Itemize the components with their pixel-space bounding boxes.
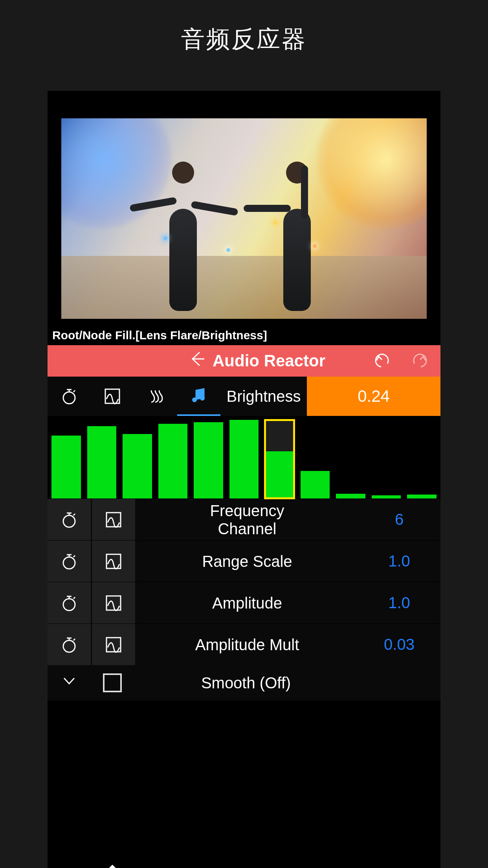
eq-bar-5[interactable]: [229, 420, 259, 498]
param-value-3[interactable]: 0.03: [358, 636, 440, 653]
chevron-down-icon: [60, 672, 78, 690]
curve-icon: [105, 636, 123, 654]
svg-point-4: [63, 515, 75, 527]
param-name-2: Amplitude: [136, 594, 358, 612]
page-title: 音频反应器: [0, 0, 488, 91]
tab-stopwatch[interactable]: [48, 377, 91, 416]
param-row-smooth: Smooth (Off): [48, 665, 440, 701]
eq-bar-3[interactable]: [158, 424, 188, 498]
eq-bar-6[interactable]: [265, 420, 294, 498]
breadcrumb: Root/Node Fill.[Lens Flare/Brightness]: [48, 329, 440, 345]
stopwatch-icon: [60, 387, 78, 405]
svg-point-0: [63, 392, 75, 404]
stopwatch-icon: [60, 552, 78, 570]
back-button[interactable]: [185, 350, 209, 372]
param-value-1[interactable]: 1.0: [358, 552, 440, 570]
app-frame: Root/Node Fill.[Lens Flare/Brightness] A…: [48, 91, 440, 868]
smooth-checkbox[interactable]: [103, 673, 122, 692]
svg-point-2: [192, 397, 197, 402]
smooth-label: Smooth (Off): [134, 674, 358, 692]
param-row-2: Amplitude1.0: [48, 582, 440, 623]
stopwatch-icon: [60, 594, 78, 612]
titlebar-label: Audio Reactor: [213, 351, 325, 370]
equalizer[interactable]: [48, 416, 440, 498]
current-param-name: Brightness: [220, 377, 307, 416]
param-keyframe-0[interactable]: [48, 499, 91, 540]
undo-icon: [373, 352, 391, 370]
smooth-expand[interactable]: [48, 672, 91, 694]
param-curve-0[interactable]: [92, 499, 135, 540]
preview-area: [48, 91, 440, 329]
param-value-2[interactable]: 1.0: [358, 594, 440, 612]
music-icon: [190, 386, 208, 405]
svg-point-10: [63, 640, 75, 652]
param-keyframe-1[interactable]: [48, 541, 91, 582]
param-row-0: FrequencyChannel6: [48, 498, 440, 540]
redo-icon: [411, 352, 429, 370]
tab-curve[interactable]: [91, 377, 134, 416]
param-curve-3[interactable]: [92, 624, 135, 665]
eq-bar-7[interactable]: [301, 471, 330, 498]
param-curve-1[interactable]: [92, 541, 135, 582]
svg-point-8: [63, 599, 75, 611]
stopwatch-icon: [60, 636, 78, 654]
param-name-0: FrequencyChannel: [136, 502, 358, 538]
curve-icon: [105, 552, 123, 570]
param-keyframe-2[interactable]: [48, 582, 91, 623]
param-row-1: Range Scale1.0: [48, 540, 440, 582]
tab-shake[interactable]: [134, 377, 177, 416]
eq-bar-0[interactable]: [51, 436, 81, 498]
titlebar: Audio Reactor: [48, 345, 440, 377]
tab-audio-reactor[interactable]: [177, 377, 220, 416]
param-name-1: Range Scale: [136, 552, 358, 570]
redo-button[interactable]: [411, 345, 429, 377]
shake-icon: [147, 387, 165, 405]
curve-icon: [105, 594, 123, 612]
eq-bar-10[interactable]: [407, 495, 437, 498]
undo-button[interactable]: [373, 345, 391, 377]
video-preview[interactable]: [61, 118, 427, 319]
curve-icon: [105, 511, 123, 529]
param-name-3: Amplitude Mult: [136, 636, 358, 654]
curve-icon: [103, 387, 121, 405]
param-keyframe-3[interactable]: [48, 624, 91, 665]
current-param-value[interactable]: 0.24: [307, 377, 440, 416]
eq-bar-8[interactable]: [336, 494, 365, 498]
tab-row: Brightness 0.24: [48, 377, 440, 416]
eq-bar-2[interactable]: [123, 434, 152, 498]
eq-bar-4[interactable]: [194, 422, 223, 498]
stopwatch-icon: [60, 511, 78, 529]
param-curve-2[interactable]: [92, 582, 135, 623]
arrow-left-icon: [188, 350, 206, 368]
param-row-3: Amplitude Mult0.03: [48, 623, 440, 665]
eq-bar-9[interactable]: [372, 495, 401, 498]
svg-point-6: [63, 557, 75, 569]
eq-bar-1[interactable]: [87, 426, 117, 498]
param-value-0[interactable]: 6: [358, 511, 440, 528]
svg-point-3: [200, 396, 205, 401]
